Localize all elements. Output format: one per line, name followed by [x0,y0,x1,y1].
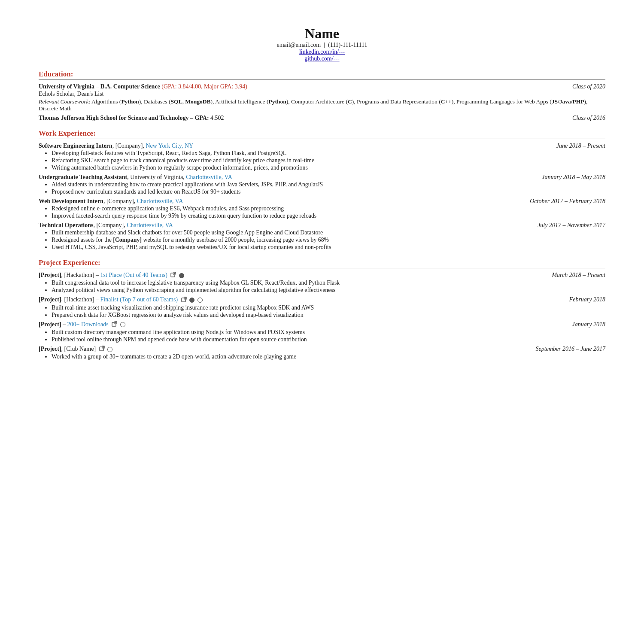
uva-school: University of Virginia – B.A. Computer S… [39,83,160,90]
work-entry-ta: Undergraduate Teaching Assistant, Univer… [39,174,605,195]
github-url[interactable]: github.com/--- [304,55,339,62]
project-entry-2: [Project], [Hackathon] – Finalist (Top 7… [39,296,605,318]
work-title: Work Experience: [39,129,605,138]
sei-bullet-2: Refactoring SKU search page to track can… [52,157,605,164]
proj3-dash: – [63,321,66,328]
proj3-bullet-1: Built custom directory manager command l… [52,329,605,336]
proj1-icon-link [170,272,176,279]
proj2-bullet-1: Built real-time asset tracking visualiza… [52,304,605,311]
work-entry-sei: Software Engineering Intern, [Company], … [39,143,605,171]
uva-left: University of Virginia – B.A. Computer S… [39,83,511,90]
ta-location: Charlottesville, VA [186,174,232,180]
proj4-name: [Project] [39,346,61,352]
proj1-bullet-2: Analyzed political views using Python we… [52,287,605,294]
wdi-left: Web Development Intern, [Company], Charl… [39,198,511,205]
techops-date: July 2017 – November 2017 [519,222,605,229]
proj1-context: [Hackathon] – [64,272,99,278]
wdi-location: Charlottesville, VA [137,198,183,204]
proj3-date: January 2018 [519,321,605,328]
github-link[interactable]: github.com/--- [39,55,605,62]
proj1-date: March 2018 – Present [519,272,605,279]
techops-bullet-3: Used HTML, CSS, JavaScript, PHP, and myS… [52,244,605,251]
tj-year: Class of 2016 [519,115,605,122]
education-section: Education: University of Virginia – B.A.… [39,70,605,122]
techops-header: Technical Operations, [Company], Charlot… [39,222,605,229]
proj4-icon-link [99,346,105,353]
proj1-award: 1st Place (Out of 40 Teams) [100,272,167,278]
sei-date: June 2018 – Present [519,143,605,149]
techops-company: [Company], [96,222,125,228]
wdi-title: Web Development Intern [39,198,103,204]
project-entry-3: [Project] – 200+ Downloads January 2018 … [39,321,605,343]
proj2-icon-circle [197,298,203,303]
proj4-left: [Project], [Club Name] [39,346,511,353]
sei-bullet-3: Writing automated batch crawlers in Pyth… [52,164,605,171]
linkedin-url[interactable]: linkedin.com/in/--- [299,49,345,55]
external-link-icon-3 [112,321,117,327]
sei-company: [Company], [115,143,144,149]
proj2-header: [Project], [Hackathon] – Finalist (Top 7… [39,296,605,304]
techops-title: Technical Operations [39,222,93,228]
uva-year: Class of 2020 [519,83,605,90]
wdi-bullets: Redesigned online e-commerce application… [52,205,605,219]
work-entry-techops: Technical Operations, [Company], Charlot… [39,222,605,251]
education-title: Education: [39,70,605,79]
linkedin-link[interactable]: linkedin.com/in/--- [39,49,605,55]
proj2-bullet-2: Prepared crash data for XGBoost regressi… [52,312,605,319]
sei-bullet-1: Developing full-stack features with Type… [52,150,605,157]
techops-location: Charlottesville, VA [127,222,173,228]
techops-bullet-2: Redesigned assets for the [Company] webs… [52,237,605,243]
techops-left: Technical Operations, [Company], Charlot… [39,222,511,229]
project-divider [39,268,605,268]
proj3-bullet-2: Published tool online through NPM and op… [52,336,605,343]
wdi-company: [Company], [106,198,135,204]
sei-title: Software Engineering Intern [39,143,112,149]
ta-bullet-1: Aided students in understanding how to c… [52,181,605,188]
tj-gpa-value: 4.502 [210,115,224,121]
ta-company: University of Virginia, [130,174,185,180]
proj1-header: [Project], [Hackathon] – 1st Place (Out … [39,272,605,279]
tj-gpa-label: GPA: [194,115,209,121]
project-title: Project Experience: [39,258,605,267]
proj2-icon-link [181,297,187,304]
work-entry-wdi: Web Development Intern, [Company], Charl… [39,198,605,219]
resume-header: Name email@email.com | (111)-111-11111 l… [39,26,605,62]
phone: (111)-111-11111 [328,42,368,48]
education-divider [39,79,605,80]
proj1-bullet-1: Built congressional data tool to increas… [52,279,605,286]
ta-date: January 2018 – May 2018 [519,174,605,181]
proj3-icon-circle [120,322,125,327]
ta-left: Undergraduate Teaching Assistant, Univer… [39,174,511,181]
proj2-bullets: Built real-time asset tracking visualiza… [52,304,605,319]
project-section: Project Experience: [Project], [Hackatho… [39,258,605,360]
proj2-left: [Project], [Hackathon] – Finalist (Top 7… [39,296,511,304]
proj3-bullets: Built custom directory manager command l… [52,329,605,343]
wdi-bullet-1: Redesigned online e-commerce application… [52,205,605,212]
proj4-context: [Club Name] [64,346,96,352]
proj2-name: [Project] [39,296,61,303]
proj2-date: February 2018 [519,296,605,303]
ta-bullet-2: Proposed new curriculum standards and le… [52,188,605,195]
proj1-bullets: Built congressional data tool to increas… [52,279,605,294]
ta-header: Undergraduate Teaching Assistant, Univer… [39,174,605,181]
proj2-context: [Hackathon] – [64,296,99,303]
proj3-icon-link [112,321,117,328]
proj3-name: [Project] [39,321,61,328]
external-link-icon-2 [181,297,187,302]
sei-bullets: Developing full-stack features with Type… [52,150,605,171]
external-link-icon-4 [99,346,105,351]
wdi-date: October 2017 – February 2018 [519,198,605,205]
work-section: Work Experience: Software Engineering In… [39,129,605,251]
wdi-bullet-2: Improved faceted-search query response t… [52,213,605,219]
tj-left: Thomas Jefferson High School for Science… [39,115,511,122]
proj3-left: [Project] – 200+ Downloads [39,321,511,328]
proj3-award: 200+ Downloads [67,321,109,328]
email: email@email.com [276,42,321,48]
uva-coursework: Relevant Coursework: Algorithms (Python)… [39,98,605,112]
ta-bullets: Aided students in understanding how to c… [52,181,605,195]
proj4-bullet-1: Worked with a group of 30+ teammates to … [52,353,605,360]
ta-title: Undergraduate Teaching Assistant [39,174,127,180]
uva-gpa: (GPA: 3.84/4.00, Major GPA: 3.94) [161,83,247,90]
proj3-header: [Project] – 200+ Downloads January 2018 [39,321,605,328]
tj-school: Thomas Jefferson High School for Science… [39,115,194,121]
